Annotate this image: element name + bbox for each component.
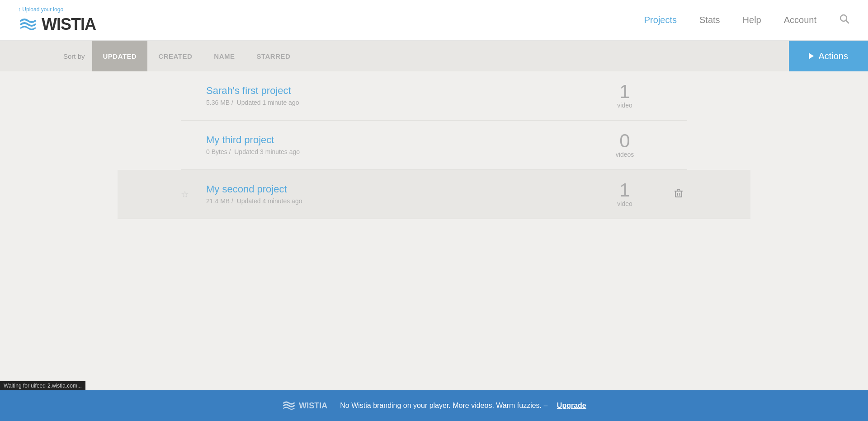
video-label: videos <box>616 151 634 158</box>
sort-starred-button[interactable]: STARRED <box>245 41 301 71</box>
star-area: ☆ <box>181 189 199 200</box>
table-row: Sarah's first project 5.36 MB / Updated … <box>181 71 687 121</box>
star-button[interactable]: ☆ <box>181 189 189 200</box>
project-link[interactable]: My second project <box>206 183 607 195</box>
footer-upgrade-link[interactable]: Upgrade <box>557 402 586 410</box>
wistia-logo-icon <box>18 14 38 34</box>
sort-name-button[interactable]: NAME <box>203 41 245 71</box>
sort-created-button[interactable]: CREATED <box>147 41 203 71</box>
upload-logo-link[interactable]: ↑ Upload your logo <box>18 6 63 13</box>
project-info: My third project 0 Bytes / Updated 3 min… <box>206 134 607 156</box>
status-text: Waiting for uifeed-2.wistia.com... <box>4 383 82 389</box>
project-info: My second project 21.4 MB / Updated 4 mi… <box>206 183 607 205</box>
logo-area: WISTIA <box>18 14 96 34</box>
header-left: ↑ Upload your logo WISTIA <box>18 6 96 34</box>
footer-logo: WISTIA <box>282 398 327 413</box>
table-row: My third project 0 Bytes / Updated 3 min… <box>181 121 687 170</box>
actions-triangle-icon <box>809 53 814 59</box>
header-nav: Projects Stats Help Account <box>644 14 850 27</box>
delete-button[interactable] <box>670 185 687 204</box>
video-label: video <box>617 102 632 109</box>
video-number: 0 <box>607 131 643 150</box>
logo-text: WISTIA <box>42 15 96 34</box>
search-icon[interactable] <box>839 14 850 27</box>
video-label: video <box>617 200 632 207</box>
project-link[interactable]: Sarah's first project <box>206 85 607 97</box>
sort-by-label: Sort by <box>63 52 85 60</box>
actions-button[interactable]: Actions <box>789 41 868 71</box>
nav-stats[interactable]: Stats <box>699 15 720 25</box>
video-number: 1 <box>607 82 643 101</box>
video-count: 1 video <box>607 181 643 208</box>
project-link[interactable]: My third project <box>206 134 607 146</box>
video-number: 1 <box>607 181 643 200</box>
project-meta: 0 Bytes / Updated 3 minutes ago <box>206 148 300 155</box>
video-count: 1 video <box>607 82 643 109</box>
footer-logo-text: WISTIA <box>299 401 327 411</box>
footer-message: No Wistia branding on your player. More … <box>340 402 547 410</box>
actions-label: Actions <box>818 51 848 61</box>
footer: WISTIA No Wistia branding on your player… <box>0 390 868 421</box>
sort-updated-button[interactable]: UPDATED <box>92 41 148 71</box>
project-info: Sarah's first project 5.36 MB / Updated … <box>206 85 607 107</box>
nav-projects[interactable]: Projects <box>644 15 677 25</box>
svg-rect-16 <box>675 191 682 197</box>
project-meta: 21.4 MB / Updated 4 minutes ago <box>206 197 302 205</box>
sort-bar: Sort by UPDATED CREATED NAME STARRED Act… <box>0 41 868 71</box>
header: ↑ Upload your logo WISTIA Projects Stats… <box>0 0 868 41</box>
svg-line-1 <box>846 20 849 23</box>
video-count: 0 videos <box>607 131 643 159</box>
projects-list: Sarah's first project 5.36 MB / Updated … <box>118 71 750 219</box>
nav-account[interactable]: Account <box>784 15 816 25</box>
nav-help[interactable]: Help <box>743 15 761 25</box>
table-row: ☆ My second project 21.4 MB / Updated 4 … <box>118 170 750 219</box>
status-bar: Waiting for uifeed-2.wistia.com... <box>0 381 85 390</box>
project-meta: 5.36 MB / Updated 1 minute ago <box>206 99 299 106</box>
